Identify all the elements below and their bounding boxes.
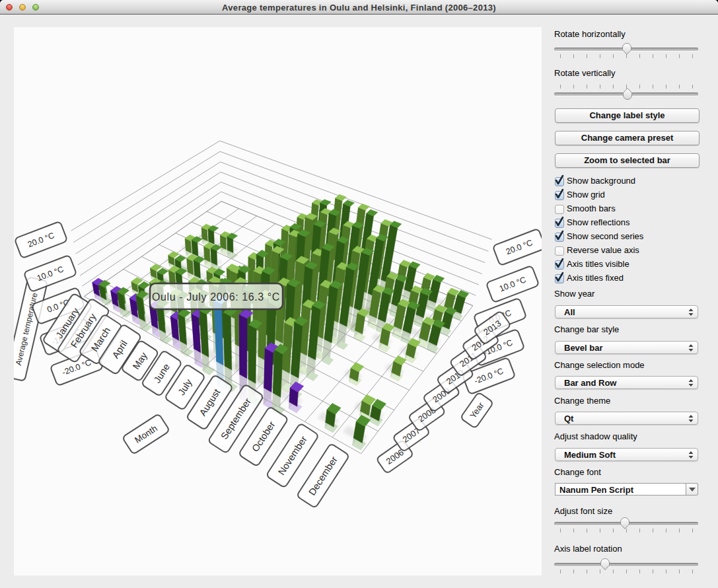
svg-text:Oulu - July 2006: 16.3 °C: Oulu - July 2006: 16.3 °C bbox=[152, 291, 280, 303]
